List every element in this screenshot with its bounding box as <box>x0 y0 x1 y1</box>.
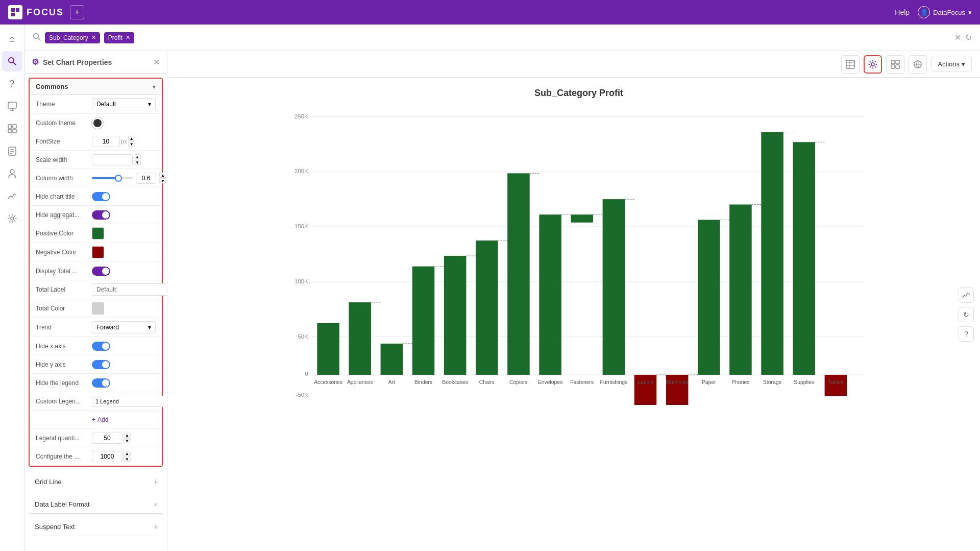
bar-storage <box>761 132 783 375</box>
sidebar-item-help[interactable]: ? <box>2 74 22 94</box>
negative-color-picker[interactable] <box>92 246 104 258</box>
svg-rect-9 <box>13 125 16 128</box>
actions-label: Actions <box>938 60 960 68</box>
theme-label: Theme <box>36 101 92 108</box>
positive-color-picker[interactable] <box>92 227 104 239</box>
sub-category-tag-remove[interactable]: ✕ <box>91 34 96 41</box>
column-width-input[interactable] <box>136 173 156 184</box>
sidebar-item-home[interactable]: ⌂ <box>2 29 22 49</box>
custom-theme-color-picker[interactable] <box>92 117 103 129</box>
refresh-chart-button[interactable]: ↻ <box>959 307 974 322</box>
theme-dropdown[interactable]: Default ▾ <box>92 98 156 110</box>
scale-width-input[interactable] <box>92 154 133 165</box>
actions-button[interactable]: Actions ▾ <box>931 57 972 71</box>
waterfall-chart: 250K 200K 150K 100K 50K 0 -50K <box>198 109 960 405</box>
fontsize-input[interactable] <box>92 136 120 147</box>
data-label-chevron-icon: › <box>155 501 157 508</box>
display-total-toggle[interactable] <box>92 267 110 276</box>
column-width-value: ▲ ▼ <box>92 173 166 184</box>
legend-quantity-decrement[interactable]: ▼ <box>124 438 131 443</box>
table-view-button[interactable] <box>841 55 860 74</box>
column-width-decrement[interactable]: ▼ <box>159 178 166 183</box>
grid-view-button[interactable] <box>886 55 904 74</box>
hide-legend-toggle[interactable] <box>92 378 110 388</box>
panel-close-button[interactable]: ✕ <box>153 57 160 67</box>
add-tab-button[interactable]: + <box>70 5 84 19</box>
configure-decrement[interactable]: ▼ <box>124 457 131 462</box>
svg-rect-27 <box>891 65 895 68</box>
custom-theme-value <box>92 117 156 129</box>
sidebar-item-person[interactable] <box>2 163 22 184</box>
data-label-format-header[interactable]: Data Label Format › <box>29 495 163 513</box>
svg-line-19 <box>38 38 41 40</box>
sidebar-item-monitor[interactable] <box>2 96 22 116</box>
settings-view-button[interactable] <box>864 55 882 74</box>
negative-color-value <box>92 246 156 258</box>
total-label-input[interactable] <box>92 283 167 296</box>
legend-text-input[interactable] <box>92 396 167 407</box>
scale-width-increment[interactable]: ▲ <box>134 154 141 159</box>
help-link[interactable]: Help <box>895 8 910 16</box>
hide-aggregate-toggle-container <box>92 210 156 220</box>
grid-line-header[interactable]: Grid Line › <box>29 473 163 491</box>
line-chart-button[interactable] <box>959 288 974 303</box>
bar-paper <box>698 220 720 375</box>
sidebar-item-search[interactable] <box>2 51 22 71</box>
user-avatar: 👤 <box>918 6 930 18</box>
search-icon <box>33 33 41 43</box>
svg-rect-26 <box>896 60 899 64</box>
grid-line-section: Grid Line › <box>29 473 163 491</box>
profit-tag-remove[interactable]: ✕ <box>126 34 130 41</box>
column-width-slider[interactable] <box>92 173 133 183</box>
fontsize-decrement[interactable]: ▼ <box>128 141 135 147</box>
hide-aggregate-label: Hide aggregat... <box>36 211 92 219</box>
legend-quantity-value: ▲ ▼ <box>92 433 156 444</box>
fontsize-increment[interactable]: ▲ <box>128 136 135 141</box>
logo: FOCUS <box>8 5 64 19</box>
fontsize-label: FontSize <box>36 138 92 145</box>
hide-chart-title-toggle[interactable] <box>92 192 110 201</box>
legend-quantity-input[interactable] <box>92 433 122 444</box>
hide-aggregate-toggle[interactable] <box>92 210 110 220</box>
sidebar-item-analytics[interactable] <box>2 186 22 206</box>
hide-x-axis-toggle-container <box>92 342 156 351</box>
user-name: DataFocus <box>933 9 965 16</box>
sidebar-item-document[interactable] <box>2 141 22 161</box>
sidebar-item-settings[interactable] <box>2 208 22 229</box>
panel-title: Set Chart Properties <box>43 58 112 66</box>
trend-dropdown-value: Forward <box>96 324 119 331</box>
fontsize-stepper: ▲ ▼ <box>128 136 135 147</box>
svg-text:Art: Art <box>388 379 395 385</box>
commons-section-header[interactable]: Commons ▾ <box>30 79 162 95</box>
panel-header-left: ⚙ Set Chart Properties <box>32 57 112 67</box>
search-refresh-button[interactable]: ↻ <box>965 33 972 42</box>
hide-legend-row: Hide the legend <box>30 374 162 392</box>
suspend-text-header[interactable]: Suspend Text › <box>29 518 163 536</box>
theme-dropdown-value: Default <box>96 101 116 108</box>
total-label-label: Total Label <box>36 286 92 293</box>
panel-settings-icon: ⚙ <box>32 57 39 67</box>
search-clear-button[interactable]: ✕ <box>954 33 961 42</box>
analytics-view-button[interactable] <box>909 55 927 74</box>
user-menu[interactable]: 👤 DataFocus ▾ <box>918 6 972 18</box>
configure-increment[interactable]: ▲ <box>124 451 131 456</box>
sidebar-item-grid[interactable] <box>2 118 22 139</box>
sub-category-tag[interactable]: Sub_Category ✕ <box>45 32 100 43</box>
profit-tag[interactable]: Profit ✕ <box>104 32 134 43</box>
add-legend-button[interactable]: + Add <box>92 414 156 425</box>
logo-text: FOCUS <box>27 7 64 18</box>
scale-width-decrement[interactable]: ▼ <box>134 160 141 165</box>
total-color-picker[interactable] <box>92 302 104 315</box>
help-chart-button[interactable]: ? <box>959 326 974 342</box>
bar-accessories <box>317 323 339 375</box>
legend-quantity-increment[interactable]: ▲ <box>124 433 131 438</box>
configure-input[interactable] <box>92 451 122 462</box>
svg-rect-5 <box>8 102 16 108</box>
trend-dropdown[interactable]: Forward ▾ <box>92 321 156 333</box>
hide-x-axis-label: Hide x axis <box>36 343 92 350</box>
user-chevron-icon: ▾ <box>968 9 972 16</box>
column-width-increment[interactable]: ▲ <box>159 173 166 178</box>
hide-x-axis-toggle[interactable] <box>92 342 110 351</box>
scale-width-row: Scale width ▲ ▼ <box>30 151 162 169</box>
hide-y-axis-toggle[interactable] <box>92 360 110 369</box>
